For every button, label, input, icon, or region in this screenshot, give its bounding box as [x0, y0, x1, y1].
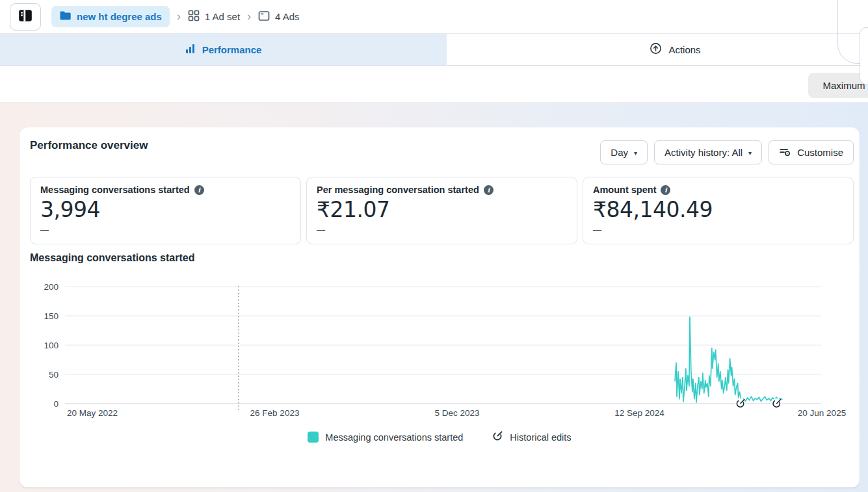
svg-text:5 Dec 2023: 5 Dec 2023	[434, 408, 479, 418]
tab-performance[interactable]: Performance	[0, 34, 447, 65]
overview-controls: Day ▾ Activity history: All ▾	[600, 140, 854, 164]
sidebar-toggle-button[interactable]	[10, 3, 41, 31]
day-dropdown[interactable]: Day ▾	[600, 140, 648, 164]
metric-card-amount-spent[interactable]: Amount spent i ₹84,140.49 —	[583, 177, 854, 244]
legend-swatch	[308, 432, 319, 443]
breadcrumb-campaign[interactable]: new ht degree ads	[51, 6, 170, 27]
metric-value: 3,994	[40, 197, 291, 222]
folder-icon	[59, 10, 72, 23]
metric-sub: —	[593, 225, 843, 235]
historical-edits-icon	[492, 430, 503, 444]
legend-edits-label: Historical edits	[510, 432, 571, 443]
day-dropdown-label: Day	[611, 147, 628, 158]
card-title: Performance overview	[30, 139, 148, 152]
performance-overview-card: Performance overview Day ▾ Activity hist…	[20, 127, 860, 487]
tab-performance-label: Performance	[202, 44, 262, 55]
breadcrumb-bar: new ht degree ads › 1 Ad set ›	[0, 0, 868, 34]
svg-text:50: 50	[49, 370, 59, 380]
chevron-right-icon: ›	[247, 10, 251, 22]
info-icon[interactable]: i	[484, 185, 493, 195]
legend-series-label: Messaging conversations started	[325, 432, 463, 443]
adset-grid-icon	[188, 10, 200, 23]
maximum-button[interactable]: Maximum	[808, 73, 868, 98]
content-background: Performance overview Day ▾ Activity hist…	[0, 103, 868, 492]
tab-bar: Performance Actions	[0, 34, 868, 66]
chevron-right-icon: ›	[177, 10, 181, 22]
customise-settings-icon	[779, 146, 791, 160]
metric-cards-row: Messaging conversations started i 3,994 …	[30, 177, 854, 244]
metric-card-conversations[interactable]: Messaging conversations started i 3,994 …	[30, 177, 301, 244]
info-icon[interactable]: i	[194, 185, 204, 195]
caret-down-icon: ▾	[748, 149, 752, 157]
svg-text:150: 150	[44, 311, 59, 321]
ads-manager-screen: new ht degree ads › 1 Ad set ›	[0, 0, 868, 492]
chart-legend: Messaging conversations started Historic…	[20, 430, 860, 444]
svg-text:20 Jun 2025: 20 Jun 2025	[798, 408, 846, 418]
svg-text:0: 0	[53, 399, 59, 409]
chart-svg[interactable]: 05010015020020 May 202226 Feb 20235 Dec …	[30, 278, 849, 423]
legend-item-conversations[interactable]: Messaging conversations started	[308, 432, 463, 443]
svg-text:20 May 2022: 20 May 2022	[67, 408, 118, 418]
activity-history-dropdown[interactable]: Activity history: All ▾	[654, 140, 762, 164]
svg-text:26 Feb 2023: 26 Feb 2023	[250, 408, 300, 418]
customise-button[interactable]: Customise	[769, 140, 854, 164]
svg-text:100: 100	[44, 341, 59, 350]
metric-card-per-conversation[interactable]: Per messaging conversation started i ₹21…	[306, 177, 577, 244]
metric-value: ₹84,140.49	[593, 197, 843, 222]
bar-chart-icon	[185, 44, 196, 56]
actions-arrow-icon	[650, 42, 662, 57]
breadcrumb-campaign-label: new ht degree ads	[77, 11, 162, 22]
legend-item-historical-edits[interactable]: Historical edits	[492, 430, 571, 444]
metric-value: ₹21.07	[317, 197, 567, 222]
tab-actions[interactable]: Actions	[447, 34, 868, 65]
breadcrumb: new ht degree ads › 1 Ad set ›	[51, 6, 300, 27]
metric-label: Messaging conversations started	[40, 185, 190, 195]
svg-text:200: 200	[44, 282, 59, 292]
tab-actions-label: Actions	[668, 44, 700, 55]
toolbar: Maximum	[0, 66, 868, 103]
activity-history-label: Activity history: All	[664, 147, 743, 158]
metric-sub: —	[40, 225, 291, 235]
sidebar-panel-icon	[18, 8, 33, 25]
info-icon[interactable]: i	[661, 185, 670, 195]
metric-label: Per messaging conversation started	[317, 185, 479, 195]
metric-label: Amount spent	[593, 185, 656, 195]
breadcrumb-ads-label: 4 Ads	[275, 11, 300, 22]
customise-label: Customise	[797, 147, 843, 158]
svg-text:12 Sep 2024: 12 Sep 2024	[614, 408, 664, 418]
breadcrumb-adset[interactable]: 1 Ad set	[188, 10, 240, 23]
breadcrumb-adset-label: 1 Ad set	[205, 11, 240, 22]
chart-title: Messaging conversations started	[30, 252, 194, 264]
historical-edit-marker[interactable]	[735, 398, 746, 409]
ads-frame-icon	[258, 10, 270, 23]
breadcrumb-ads[interactable]: 4 Ads	[258, 10, 300, 23]
metric-sub: —	[317, 225, 567, 235]
historical-edit-marker[interactable]	[771, 398, 782, 409]
caret-down-icon: ▾	[634, 149, 637, 157]
